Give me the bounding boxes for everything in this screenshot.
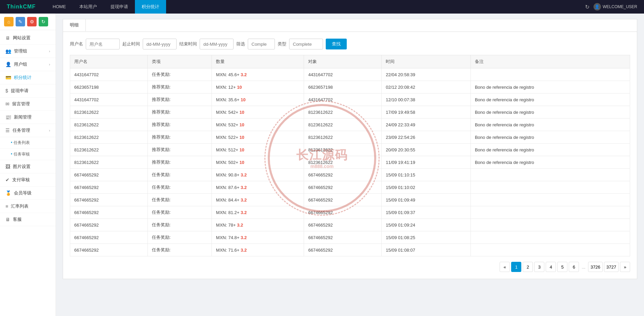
nav-points[interactable]: 积分统计 (135, 0, 166, 14)
brand-logo: ThinkCMF (7, 4, 36, 10)
end-time-label: 结束时间 (179, 41, 197, 47)
col-note: 备注 (470, 55, 630, 68)
sidebar-item-task-management[interactable]: ☰ 任务管理 › (0, 124, 56, 137)
cell-username: 6623657198 (70, 81, 148, 93)
sidebar-item-task-list[interactable]: 任务列表 (0, 137, 56, 149)
sidebar-item-messages[interactable]: ✉ 留言管理 (0, 98, 56, 111)
cell-note: Bono de referencia de registro (470, 106, 630, 119)
sidebar-item-task-review[interactable]: 任务审核 (0, 149, 56, 160)
page-btn-6[interactable]: 6 (569, 262, 579, 272)
amount-highlight: 10 (237, 85, 242, 90)
page-btn-1[interactable]: 1 (511, 262, 521, 272)
cell-target: 4431647702 (304, 68, 382, 81)
table-row: 6674665292 任务奖励: MXN: 78+ 3.2 6674665292… (70, 219, 630, 231)
cell-username: 8123612622 (70, 106, 148, 119)
cell-amount: MXN: 35.6+ 10 (212, 93, 304, 106)
cell-note (470, 244, 630, 256)
nav-withdraw[interactable]: 提现申请 (104, 0, 135, 14)
cell-amount: MXN: 78+ 3.2 (212, 219, 304, 231)
cell-target: 8123612622 (304, 144, 382, 156)
user-info: 👤 WELCOME_USER (593, 3, 637, 10)
page-btn-3726[interactable]: 3726 (588, 262, 603, 272)
exchange-icon: ≡ (5, 204, 8, 209)
cell-note (470, 219, 630, 231)
amount-highlight: 3.2 (241, 248, 247, 253)
prev-page-btn[interactable]: « (500, 262, 510, 272)
cell-amount: MXN: 522+ 10 (212, 131, 304, 144)
service-icon: 🖥 (5, 217, 10, 222)
cell-time: 17/09 19:49:58 (382, 106, 471, 119)
page-btn-3[interactable]: 3 (534, 262, 544, 272)
nav-home[interactable]: HOME (46, 0, 73, 14)
filter-status-input[interactable] (248, 39, 275, 49)
toolbar-edit-btn[interactable]: ✎ (16, 17, 25, 26)
sidebar-item-payment-review[interactable]: ✔ 支付审核 (0, 173, 56, 187)
content-panel: 用户名 起止时间 结束时间 筛选 类型 查找 用户名 类项 数量 (63, 31, 637, 279)
toolbar-settings-btn[interactable]: ⚙ (27, 17, 37, 26)
cell-time: 22/04 20:58:39 (382, 68, 471, 81)
tab-detail[interactable]: 明细 (63, 19, 86, 31)
cell-type: 推荐奖励: (147, 93, 212, 106)
username-filter-input[interactable] (86, 39, 120, 49)
amount-highlight: 10 (241, 97, 245, 102)
sidebar-label-admin-group: 管理组 (14, 48, 27, 54)
toolbar-refresh-btn[interactable]: ↻ (39, 17, 48, 26)
cell-type: 任务奖励: (147, 206, 212, 219)
sidebar-toolbar: ⌂ ✎ ⚙ ↻ (0, 14, 56, 30)
start-time-input[interactable] (143, 39, 177, 49)
next-page-btn[interactable]: » (620, 262, 630, 272)
sidebar-label-messages: 留言管理 (12, 101, 30, 107)
type-filter-input[interactable] (289, 39, 323, 49)
table-row: 6674665292 任务奖励: MXN: 84.4+ 3.2 66746652… (70, 194, 630, 206)
cell-time: 15/09 01:10:15 (382, 169, 471, 181)
cell-target: 6674665292 (304, 169, 382, 181)
end-time-input[interactable] (200, 39, 234, 49)
sidebar-item-site-settings[interactable]: 🖥 网站设置 (0, 31, 56, 45)
refresh-icon[interactable]: ↻ (585, 4, 589, 10)
dollar-icon: $ (5, 88, 8, 93)
cell-target: 4431647702 (304, 93, 382, 106)
cell-type: 任务奖励: (147, 169, 212, 181)
sidebar-item-user-group[interactable]: 👤 用户组 › (0, 58, 56, 71)
member-icon: 🏅 (5, 190, 11, 196)
table-body: 4431647702 任务奖励: MXN: 45.6+ 3.2 44316477… (70, 68, 630, 256)
cell-type: 任务奖励: (147, 194, 212, 206)
cell-amount: MXN: 512+ 10 (212, 144, 304, 156)
sidebar-item-image-settings[interactable]: 🖼 图片设置 (0, 160, 56, 173)
sidebar-item-exchange-rate[interactable]: ≡ 汇率列表 (0, 200, 56, 213)
sidebar-menu: 🖥 网站设置 👥 管理组 › 👤 用户组 › 💳 积分统计 $ 提现申请 (0, 30, 56, 226)
sidebar-item-news[interactable]: 📰 新闻管理 (0, 111, 56, 124)
sidebar-item-customer-service[interactable]: 🖥 客服 (0, 213, 56, 226)
page-btn-3727[interactable]: 3727 (604, 262, 619, 272)
sidebar-item-member-level[interactable]: 🏅 会员等级 (0, 187, 56, 200)
cell-time: 23/09 22:54:26 (382, 131, 471, 144)
top-nav: ThinkCMF HOME 本站用户 提现申请 积分统计 ↻ 👤 WELCOME… (0, 0, 644, 14)
sidebar-label-customer-service: 客服 (13, 216, 22, 223)
cell-amount: MXN: 12+ 10 (212, 81, 304, 93)
cell-amount: MXN: 45.6+ 3.2 (212, 68, 304, 81)
cell-amount: MXN: 87.6+ 3.2 (212, 181, 304, 194)
toolbar-home-btn[interactable]: ⌂ (4, 17, 14, 26)
cell-username: 8123612622 (70, 156, 148, 169)
chevron-right-icon-2: › (49, 62, 50, 66)
sidebar-item-admin-group[interactable]: 👥 管理组 › (0, 45, 56, 58)
cell-amount: MXN: 71.6+ 3.2 (212, 244, 304, 256)
sidebar-item-withdraw[interactable]: $ 提现申请 (0, 84, 56, 98)
cell-type: 推荐奖励: (147, 131, 212, 144)
table-row: 4431647702 任务奖励: MXN: 45.6+ 3.2 44316477… (70, 68, 630, 81)
cell-target: 6623657198 (304, 81, 382, 93)
nav-users[interactable]: 本站用户 (73, 0, 104, 14)
cell-amount: MXN: 502+ 10 (212, 156, 304, 169)
chevron-down-icon: › (49, 128, 50, 132)
amount-highlight: 10 (239, 135, 244, 140)
page-btn-2[interactable]: 2 (523, 262, 533, 272)
page-btn-4[interactable]: 4 (546, 262, 556, 272)
sidebar-label-payment-review: 支付审核 (12, 177, 30, 183)
cell-username: 6674665292 (70, 194, 148, 206)
user-avatar: 👤 (593, 3, 601, 10)
cell-username: 6674665292 (70, 169, 148, 181)
page-btn-5[interactable]: 5 (557, 262, 567, 272)
search-button[interactable]: 查找 (326, 39, 347, 49)
col-type: 类项 (147, 55, 212, 68)
sidebar-item-points-stats[interactable]: 💳 积分统计 (0, 71, 56, 84)
